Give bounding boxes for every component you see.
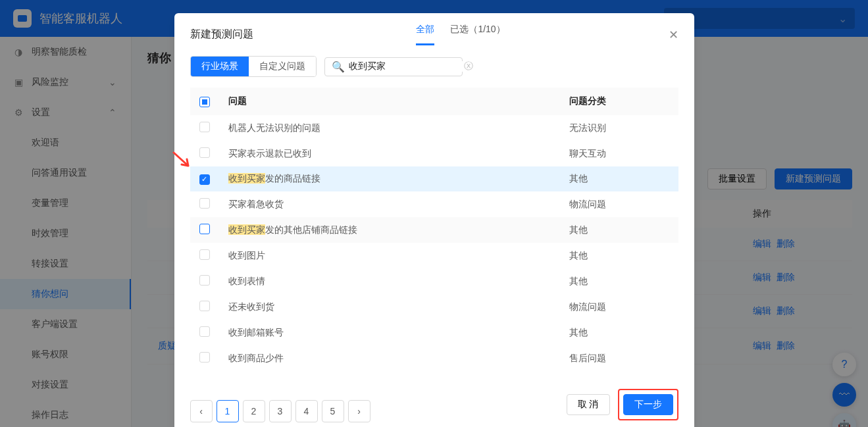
row-checkbox[interactable] (199, 275, 210, 286)
category-cell: 聊天互动 (560, 141, 678, 166)
question-text: 买家表示退款已收到 (228, 148, 311, 159)
col-category: 问题分类 (560, 88, 678, 115)
tab-industry[interactable]: 行业场景 (191, 57, 249, 76)
question-cell: 买家着急收货 (219, 191, 560, 217)
table-row[interactable]: 收到表情其他 (190, 268, 678, 294)
next-button[interactable]: 下一步 (623, 394, 673, 415)
close-icon: ✕ (669, 28, 678, 41)
category-cell: 其他 (560, 166, 678, 191)
category-cell: 其他 (560, 217, 678, 243)
row-checkbox[interactable] (199, 301, 210, 311)
category-cell: 无法识别 (560, 115, 678, 141)
highlight-text: 收到买家 (228, 173, 265, 184)
question-text: 收到邮箱账号 (228, 327, 284, 338)
page-1[interactable]: 1 (217, 400, 239, 422)
tab-selected[interactable]: 已选（1/10） (450, 24, 505, 45)
question-cell: 机器人无法识别的问题 (219, 115, 560, 141)
search-box: 🔍 ⓧ (324, 57, 463, 76)
question-cell: 收到图片 (219, 243, 560, 268)
table-row[interactable]: 买家着急收货物流问题 (190, 191, 678, 217)
search-input[interactable] (349, 61, 464, 72)
question-table: 问题 问题分类 机器人无法识别的问题无法识别买家表示退款已收到聊天互动收到买家发… (190, 88, 678, 371)
question-cell: 收到表情 (219, 268, 560, 294)
row-checkbox[interactable] (199, 122, 210, 132)
question-text: 收到图片 (228, 250, 265, 261)
close-button[interactable]: ✕ (669, 28, 678, 42)
category-cell: 物流问题 (560, 294, 678, 320)
row-checkbox[interactable] (199, 352, 210, 363)
question-text: 发的其他店铺商品链接 (265, 224, 357, 235)
row-checkbox[interactable] (199, 198, 210, 209)
page-3[interactable]: 3 (269, 400, 292, 422)
category-cell: 其他 (560, 320, 678, 345)
tab-all[interactable]: 全部 (416, 24, 434, 45)
next-button-highlight: 下一步 (618, 389, 678, 420)
cancel-button[interactable]: 取 消 (567, 394, 610, 415)
highlight-text: 收到买家 (228, 224, 265, 235)
page-next[interactable]: › (348, 400, 370, 422)
chevron-right-icon: › (357, 406, 361, 416)
search-icon: 🔍 (332, 61, 345, 73)
col-question: 问题 (219, 88, 560, 115)
question-text: 机器人无法识别的问题 (228, 122, 320, 133)
page-4[interactable]: 4 (295, 400, 318, 422)
table-row[interactable]: 机器人无法识别的问题无法识别 (190, 115, 678, 141)
page-prev[interactable]: ‹ (190, 400, 213, 422)
question-cell: 还未收到货 (219, 294, 560, 320)
tab-custom[interactable]: 自定义问题 (249, 57, 316, 76)
table-row[interactable]: 收到买家发的商品链接其他 (190, 166, 678, 191)
row-checkbox[interactable] (199, 326, 210, 337)
page-2[interactable]: 2 (243, 400, 265, 422)
category-cell: 其他 (560, 268, 678, 294)
table-row[interactable]: 还未收到货物流问题 (190, 294, 678, 320)
question-cell: 收到商品少件 (219, 345, 560, 371)
table-row[interactable]: 收到买家发的其他店铺商品链接其他 (190, 217, 678, 243)
question-text: 发的商品链接 (265, 173, 320, 184)
question-text: 收到表情 (228, 276, 265, 286)
category-cell: 售后问题 (560, 345, 678, 371)
question-cell: 收到买家发的其他店铺商品链接 (219, 217, 560, 243)
question-cell: 买家表示退款已收到 (219, 141, 560, 166)
clear-icon[interactable]: ⓧ (464, 61, 473, 72)
question-cell: 收到买家发的商品链接 (219, 166, 560, 191)
chevron-left-icon: ‹ (199, 406, 203, 416)
question-cell: 收到邮箱账号 (219, 320, 560, 345)
row-checkbox[interactable] (199, 147, 210, 158)
row-checkbox[interactable] (199, 224, 210, 234)
arrow-annotation (172, 151, 191, 174)
question-text: 还未收到货 (228, 301, 274, 312)
segment-tabs: 行业场景 自定义问题 (190, 56, 317, 77)
table-row[interactable]: 买家表示退款已收到聊天互动 (190, 141, 678, 166)
modal-title: 新建预测问题 (190, 28, 253, 41)
question-text: 收到商品少件 (228, 353, 284, 363)
question-text: 买家着急收货 (228, 199, 284, 209)
row-checkbox[interactable] (199, 174, 210, 185)
table-row[interactable]: 收到邮箱账号其他 (190, 320, 678, 345)
new-question-modal: 新建预测问题 全部 已选（1/10） ✕ 行业场景 自定义问题 🔍 ⓧ 问题 问… (174, 13, 694, 427)
table-row[interactable]: 收到商品少件售后问题 (190, 345, 678, 371)
table-row[interactable]: 收到图片其他 (190, 243, 678, 268)
select-all-checkbox[interactable] (199, 97, 210, 107)
page-5[interactable]: 5 (322, 400, 344, 422)
row-checkbox[interactable] (199, 249, 210, 260)
category-cell: 物流问题 (560, 191, 678, 217)
category-cell: 其他 (560, 243, 678, 268)
pagination: ‹ 12345 › (190, 400, 370, 422)
